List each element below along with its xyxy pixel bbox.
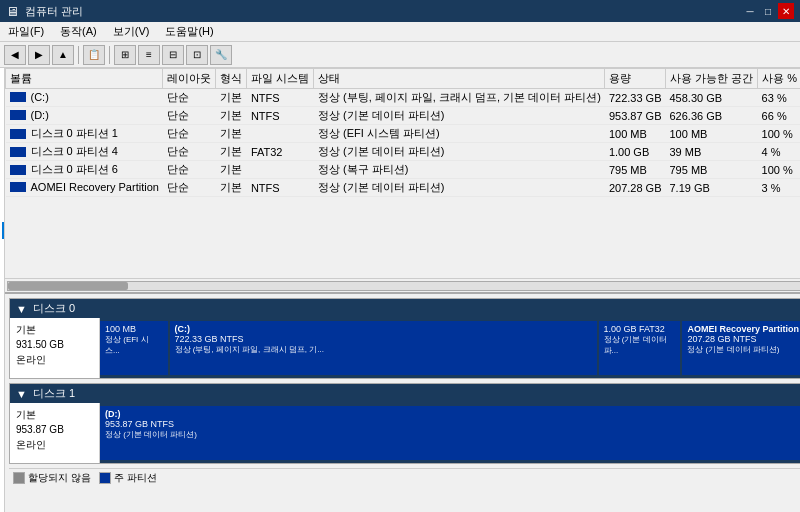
disk-0-partition-c[interactable]: (C:) 722.33 GB NTFS 정상 (부팅, 페이지 파일, 크래시 … <box>170 321 599 375</box>
cell-type: 기본 <box>216 125 247 143</box>
legend-bar: 할당되지 않음 주 파티션 <box>9 468 800 486</box>
toolbar-back[interactable]: ◀ <box>4 45 26 65</box>
toolbar-btn1[interactable]: ⊞ <box>114 45 136 65</box>
cell-pct: 100 % <box>758 161 800 179</box>
cell-capacity: 1.00 GB <box>605 143 666 161</box>
cell-status: 정상 (기본 데이터 파티션) <box>314 107 605 125</box>
disk-1-status: 온라인 <box>16 437 93 452</box>
cell-layout: 단순 <box>163 89 216 107</box>
cell-type: 기본 <box>216 179 247 197</box>
toolbar-show-hide[interactable]: 📋 <box>83 45 105 65</box>
table-row[interactable]: (C:) 단순 기본 NTFS 정상 (부팅, 페이지 파일, 크래시 덤프, … <box>6 89 801 107</box>
toolbar-up[interactable]: ▲ <box>52 45 74 65</box>
partition-status: 정상 (기본 데이터 파... <box>604 334 676 356</box>
bottom-panel: ▼ 디스크 0 기본 931.50 GB 온라인 100 MB 정상 (EFI … <box>5 292 800 512</box>
disk-0-title: 디스크 0 <box>33 301 75 316</box>
cell-free: 7.19 GB <box>665 179 757 197</box>
cell-fs <box>247 161 314 179</box>
cell-status: 정상 (EFI 시스템 파티션) <box>314 125 605 143</box>
close-button[interactable]: ✕ <box>778 3 794 19</box>
disk-0-type: 기본 <box>16 322 93 337</box>
col-status: 상태 <box>314 69 605 89</box>
partition-status: 정상 (기본 데이터 파티션) <box>687 344 800 355</box>
legend-unallocated-label: 할당되지 않음 <box>28 471 91 485</box>
top-section: 볼륨 레이아웃 형식 파일 시스템 상태 용량 사용 가능한 공간 사용 % ( <box>5 68 800 278</box>
cell-free: 39 MB <box>665 143 757 161</box>
col-layout: 레이아웃 <box>163 69 216 89</box>
partition-name: (D:) <box>105 409 800 419</box>
volume-table-area: 볼륨 레이아웃 형식 파일 시스템 상태 용량 사용 가능한 공간 사용 % ( <box>5 68 800 278</box>
disk-0-status: 온라인 <box>16 352 93 367</box>
cell-fs: NTFS <box>247 89 314 107</box>
cell-type: 기본 <box>216 143 247 161</box>
toolbar-btn3[interactable]: ⊟ <box>162 45 184 65</box>
legend-primary: 주 파티션 <box>99 471 157 485</box>
disk-1-title: 디스크 1 <box>33 386 75 401</box>
disk-0-partitions: 100 MB 정상 (EFI 시스... (C:) 722.33 GB NTFS… <box>100 318 800 378</box>
menu-help[interactable]: 도움말(H) <box>161 22 217 41</box>
cell-vol: 디스크 0 파티션 6 <box>6 161 163 179</box>
minimize-button[interactable]: ─ <box>742 3 758 19</box>
table-row[interactable]: 디스크 0 파티션 1 단순 기본 정상 (EFI 시스템 파티션) 100 M… <box>6 125 801 143</box>
toolbar-btn2[interactable]: ≡ <box>138 45 160 65</box>
window-title: 컴퓨터 관리 <box>25 4 742 19</box>
disk-1-type: 기본 <box>16 407 93 422</box>
menu-action[interactable]: 동작(A) <box>56 22 101 41</box>
disk-1-label: 기본 953.87 GB 온라인 <box>10 403 100 463</box>
disk-1-size: 953.87 GB <box>16 422 93 437</box>
col-capacity: 용량 <box>605 69 666 89</box>
disk-1-info: 기본 953.87 GB 온라인 (D:) 953.87 GB NTFS 정상 … <box>10 403 800 463</box>
cell-status: 정상 (기본 데이터 파티션) <box>314 143 605 161</box>
title-bar: 🖥 컴퓨터 관리 ─ □ ✕ <box>0 0 800 22</box>
cell-pct: 3 % <box>758 179 800 197</box>
toolbar: ◀ ▶ ▲ 📋 ⊞ ≡ ⊟ ⊡ 🔧 <box>0 42 800 68</box>
cell-layout: 단순 <box>163 143 216 161</box>
cell-capacity: 953.87 GB <box>605 107 666 125</box>
menu-view[interactable]: 보기(V) <box>109 22 154 41</box>
col-volume: 볼륨 <box>6 69 163 89</box>
partition-fs: 207.28 GB NTFS <box>687 334 800 344</box>
disk-1-partition-d[interactable]: (D:) 953.87 GB NTFS 정상 (기본 데이터 파티션) <box>100 406 800 460</box>
table-row[interactable]: (D:) 단순 기본 NTFS 정상 (기본 데이터 파티션) 953.87 G… <box>6 107 801 125</box>
horizontal-scrollbar[interactable] <box>7 281 800 291</box>
cell-vol: AOMEI Recovery Partition <box>6 179 163 197</box>
toolbar-btn5[interactable]: 🔧 <box>210 45 232 65</box>
partition-status: 정상 (부팅, 페이지 파일, 크래시 덤프, 기... <box>175 344 592 355</box>
cell-free: 100 MB <box>665 125 757 143</box>
disk-1-block: ▼ 디스크 1 기본 953.87 GB 온라인 (D:) 953.87 GB … <box>9 383 800 464</box>
disk-0-partition-efi[interactable]: 100 MB 정상 (EFI 시스... <box>100 321 170 375</box>
cell-layout: 단순 <box>163 107 216 125</box>
cell-free: 458.30 GB <box>665 89 757 107</box>
maximize-button[interactable]: □ <box>760 3 776 19</box>
toolbar-forward[interactable]: ▶ <box>28 45 50 65</box>
volume-table: 볼륨 레이아웃 형식 파일 시스템 상태 용량 사용 가능한 공간 사용 % ( <box>5 68 800 197</box>
menu-file[interactable]: 파일(F) <box>4 22 48 41</box>
app-icon: 🖥 <box>6 4 19 19</box>
table-row[interactable]: 디스크 0 파티션 4 단순 기본 FAT32 정상 (기본 데이터 파티션) … <box>6 143 801 161</box>
window-controls: ─ □ ✕ <box>742 3 794 19</box>
disk-0-partition-fat[interactable]: 1.00 GB FAT32 정상 (기본 데이터 파... <box>599 321 683 375</box>
cell-fs: NTFS <box>247 107 314 125</box>
toolbar-btn4[interactable]: ⊡ <box>186 45 208 65</box>
table-row[interactable]: 디스크 0 파티션 6 단순 기본 정상 (복구 파티션) 795 MB 795… <box>6 161 801 179</box>
disk-0-info: 기본 931.50 GB 온라인 100 MB 정상 (EFI 시스... (C… <box>10 318 800 378</box>
cell-layout: 단순 <box>163 161 216 179</box>
disk-0-partition-aomei[interactable]: AOMEI Recovery Partition 207.28 GB NTFS … <box>682 321 800 375</box>
disk-0-arrow: ▼ <box>16 303 27 315</box>
disk-0-header: ▼ 디스크 0 <box>10 299 800 318</box>
partition-status: 정상 (기본 데이터 파티션) <box>105 429 800 440</box>
disk-0-label: 기본 931.50 GB 온라인 <box>10 318 100 378</box>
cell-capacity: 722.33 GB <box>605 89 666 107</box>
disk-1-arrow: ▼ <box>16 388 27 400</box>
disk-1-partitions: (D:) 953.87 GB NTFS 정상 (기본 데이터 파티션) <box>100 403 800 463</box>
cell-status: 정상 (복구 파티션) <box>314 161 605 179</box>
cell-status: 정상 (부팅, 페이지 파일, 크래시 덤프, 기본 데이터 파티션) <box>314 89 605 107</box>
partition-fs: 953.87 GB NTFS <box>105 419 800 429</box>
menu-bar: 파일(F) 동작(A) 보기(V) 도움말(H) <box>0 22 800 42</box>
table-row[interactable]: AOMEI Recovery Partition 단순 기본 NTFS 정상 (… <box>6 179 801 197</box>
toolbar-separator <box>78 46 79 64</box>
cell-fs <box>247 125 314 143</box>
disk-0-block: ▼ 디스크 0 기본 931.50 GB 온라인 100 MB 정상 (EFI … <box>9 298 800 379</box>
legend-unallocated: 할당되지 않음 <box>13 471 91 485</box>
legend-unallocated-box <box>13 472 25 484</box>
